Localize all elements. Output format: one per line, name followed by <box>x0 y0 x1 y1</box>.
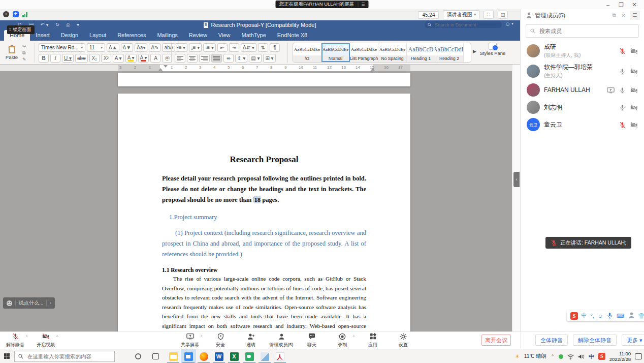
chat-collapse-icon[interactable]: ‹ <box>50 300 51 306</box>
taskbar-search-box[interactable] <box>14 351 115 362</box>
clock[interactable]: 11:002022/2/28 <box>609 351 631 362</box>
styles-pane-button[interactable]: Styles Pane <box>479 43 506 56</box>
bullet-list-button[interactable]: •≡ ▾ <box>175 43 187 52</box>
sogou-account-icon[interactable] <box>628 312 635 320</box>
emoji-icon[interactable] <box>7 300 12 306</box>
phonetic-guide-button[interactable]: abA <box>162 43 175 52</box>
tab-layout[interactable]: Layout <box>84 30 112 41</box>
invite-button[interactable]: 邀请 <box>240 333 262 348</box>
word-taskbar-icon[interactable]: W <box>211 349 227 363</box>
expand-caret-icon[interactable]: ⌃ <box>55 335 59 340</box>
lock-view-tooltip[interactable]: ⟟ 锁定画面 <box>7 25 35 34</box>
style-no-spacing[interactable]: AaBbCcDdEeNo Spacing <box>378 43 407 62</box>
feedback-smiley-icon[interactable]: ☺▾ <box>505 21 513 27</box>
participant-row[interactable]: 成研(联席主持人, 我) <box>521 41 644 61</box>
sogou-punctuation-icon[interactable]: °, <box>591 313 594 319</box>
participant-row[interactable]: 软件学院—郭培荣(主持人) <box>521 61 644 81</box>
member-search-box[interactable] <box>526 24 639 38</box>
minimize-button[interactable]: – <box>601 0 615 9</box>
microphone-icon[interactable] <box>619 68 626 75</box>
first-line-indent-marker[interactable] <box>164 65 168 68</box>
clear-formatting-button[interactable]: A✎ <box>149 43 160 52</box>
banner-menu-icon[interactable]: ☰ <box>358 2 365 7</box>
fullscreen-button[interactable]: ⛶ <box>484 11 494 19</box>
shading-button[interactable]: ▤ ▾ <box>249 54 262 63</box>
weather-text[interactable]: 11℃ 晴朗 <box>524 353 547 360</box>
text-direction-button[interactable]: A⇵ ▾ <box>241 43 256 52</box>
sogou-voice-icon[interactable] <box>606 312 613 320</box>
maximize-button[interactable]: ❐ <box>615 0 628 9</box>
tab-endnote-x8[interactable]: EndNote X8 <box>272 30 313 41</box>
font-color-button[interactable]: A ▾ <box>138 54 149 63</box>
pdf-taskbar-icon[interactable]: 人 <box>272 349 287 363</box>
task-view-button[interactable] <box>152 353 159 359</box>
microphone-icon[interactable] <box>619 87 626 94</box>
wechat-taskbar-icon[interactable] <box>242 349 257 363</box>
subscript-button[interactable]: X₂ <box>89 54 100 63</box>
font-name-combo[interactable]: Times New Ro...▾ <box>39 43 85 52</box>
excel-taskbar-icon[interactable]: X <box>227 349 242 363</box>
text-effects-button[interactable]: A ▾ <box>113 54 124 63</box>
notes-taskbar-icon[interactable] <box>257 349 272 363</box>
more-button[interactable]: 更多 ▾ <box>622 335 644 346</box>
copy-icon[interactable]: ⧉ <box>22 50 26 55</box>
paste-button[interactable]: Paste <box>4 43 19 62</box>
tab-design[interactable]: Design <box>55 30 84 41</box>
grow-font-button[interactable]: A▲ <box>107 43 119 52</box>
show-marks-button[interactable]: ¶ <box>270 43 280 52</box>
numbered-list-button[interactable]: ₁≡ ▾ <box>189 43 202 52</box>
tab-references[interactable]: References <box>112 30 151 41</box>
bold-button[interactable]: B <box>39 54 49 63</box>
cut-icon[interactable]: ✂ <box>22 44 26 49</box>
settings-button[interactable]: 设置 <box>392 333 414 348</box>
font-size-combo[interactable]: 11▾ <box>87 43 105 52</box>
manage-members-button[interactable]: 管理成员(5) <box>270 333 293 348</box>
multilevel-list-button[interactable]: ⁝≡ ▾ <box>203 43 216 52</box>
tencent-meeting-taskbar-icon[interactable] <box>181 349 196 363</box>
layout-button[interactable]: ◫ <box>498 11 508 19</box>
camera-off-icon[interactable] <box>630 48 638 54</box>
sogou-skin-icon[interactable]: 👕 <box>638 313 644 319</box>
align-right-button[interactable] <box>199 54 210 63</box>
style-heading-1[interactable]: AaBbCcDHeading 1 <box>407 43 435 62</box>
speaker-icon[interactable] <box>578 354 585 359</box>
participant-row[interactable]: 刘志明 <box>521 99 644 116</box>
highlight-color-button[interactable]: A ▾ <box>125 54 137 63</box>
notification-center-icon[interactable] <box>635 353 642 359</box>
file-explorer-taskbar-icon[interactable] <box>166 349 181 363</box>
style-h3[interactable]: AaBbCcDdEeh3 <box>293 43 321 62</box>
close-button[interactable]: ✕ <box>628 0 641 9</box>
view-mode-dropdown[interactable]: 演讲者视图▾ <box>443 10 479 19</box>
superscript-button[interactable]: X² <box>101 54 111 63</box>
close-sidebar-icon[interactable]: ✕ <box>620 13 627 18</box>
underline-button[interactable]: U ▾ <box>62 54 74 63</box>
change-case-button[interactable]: Aa▾ <box>135 43 147 52</box>
meeting-info-icon[interactable]: i <box>3 11 9 17</box>
unmute-all-button[interactable]: 解除全体静音 <box>573 335 617 346</box>
security-button[interactable]: 安全 <box>209 333 232 348</box>
align-left-button[interactable] <box>175 54 185 63</box>
participant-row[interactable]: 云卫童云卫 <box>521 116 644 133</box>
taskbar-search-input[interactable] <box>26 353 108 360</box>
sort-button[interactable]: ⇅ <box>258 43 268 52</box>
align-center-button[interactable] <box>187 54 198 63</box>
record-button[interactable]: 录制⌃ <box>331 333 353 348</box>
styles-gallery-more-icon[interactable]: ▶ <box>473 49 476 54</box>
style-normal[interactable]: AaBbCcDdEeNormal <box>321 43 350 62</box>
scrollbar-track[interactable] <box>512 65 520 331</box>
borders-button[interactable]: ⊞ ▾ <box>263 54 275 63</box>
camera-off-icon[interactable] <box>630 68 638 75</box>
mute-all-button[interactable]: 全体静音 <box>535 335 568 346</box>
ime-indicator[interactable]: 中 <box>589 353 594 360</box>
sogou-emoji-icon[interactable]: ☺ <box>598 313 603 319</box>
participant-row[interactable]: FARHAN ULLAH <box>521 81 644 99</box>
chat-placeholder[interactable]: 说点什么... <box>19 299 43 307</box>
share-screen-button[interactable]: 共享屏幕⌃ <box>179 333 201 348</box>
popout-icon[interactable]: ⧉ <box>610 12 617 18</box>
member-search-input[interactable] <box>538 27 625 35</box>
screen-share-icon[interactable] <box>607 87 615 94</box>
word-search-input[interactable] <box>434 22 495 28</box>
microphone-muted-icon[interactable] <box>619 48 626 54</box>
hanging-indent-marker[interactable] <box>158 68 163 71</box>
meeting-security-icon[interactable]: ✚ <box>13 11 19 17</box>
